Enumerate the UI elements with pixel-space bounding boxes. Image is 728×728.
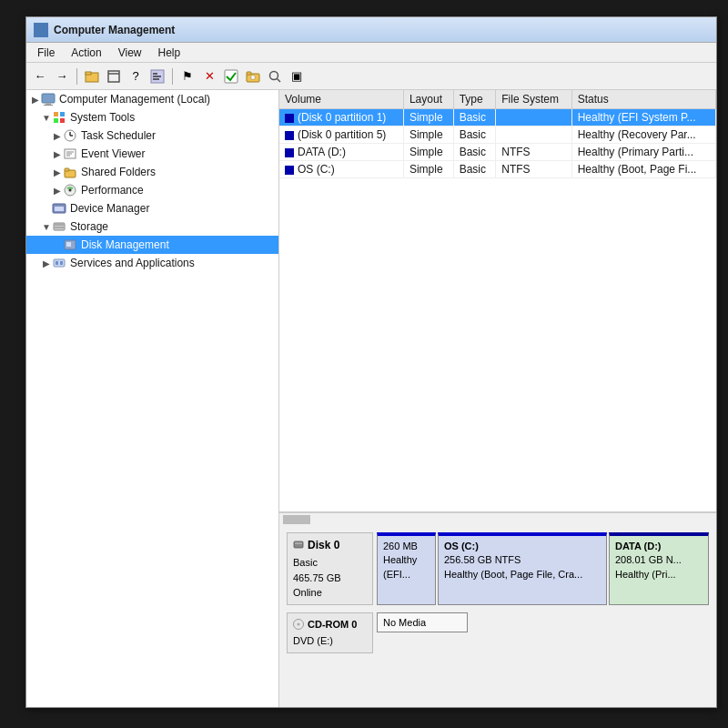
svg-rect-39 (55, 224, 64, 226)
volume-row-2[interactable]: DATA (D:)SimpleBasicNTFSHealthy (Primary… (279, 144, 716, 161)
svg-point-35 (69, 189, 72, 192)
disk-management-label: Disk Management (81, 238, 169, 251)
svg-rect-20 (44, 105, 53, 106)
tree-shared-folders[interactable]: ▶ Shared Folders (26, 163, 278, 181)
menu-view[interactable]: View (111, 45, 149, 61)
svg-rect-24 (60, 118, 65, 123)
status-cell-2: Healthy (Primary Parti... (571, 144, 715, 161)
cdrom0-status-block: No Media (377, 612, 468, 632)
svg-rect-37 (55, 207, 64, 211)
computer-icon (41, 92, 56, 106)
svg-rect-33 (65, 168, 69, 171)
tree-event-viewer[interactable]: ▶ Event Viewer (26, 145, 278, 163)
system-tools-label: System Tools (70, 111, 135, 124)
event-viewer-expand-icon: ▶ (52, 148, 63, 159)
partition-data-label: DATA (D:) (615, 540, 703, 553)
console-button[interactable] (147, 66, 167, 86)
device-manager-label: Device Manager (70, 202, 149, 215)
layout-cell-0: Simple (403, 109, 453, 126)
menu-help[interactable]: Help (151, 45, 188, 61)
volume-row-3[interactable]: OS (C:)SimpleBasicNTFSHealthy (Boot, Pag… (279, 161, 716, 178)
svg-rect-22 (60, 112, 65, 116)
svg-rect-47 (295, 542, 302, 544)
window-button[interactable] (104, 66, 124, 86)
right-panel: Volume Layout Type File System Status (D… (279, 90, 716, 707)
vol-icon-3 (285, 166, 294, 175)
pin-button[interactable]: ⚑ (177, 66, 197, 86)
partition-os-label: OS (C:) (444, 540, 601, 553)
horizontal-scrollbar[interactable] (279, 512, 716, 525)
disk-map-area: Disk 0 Basic 465.75 GB Online 260 MB Hea… (279, 525, 716, 707)
system-tools-icon (52, 110, 66, 125)
tree-disk-management[interactable]: Disk Management (26, 236, 278, 254)
volume-row-1[interactable]: (Disk 0 partition 5)SimpleBasicHealthy (… (279, 126, 716, 144)
search-button[interactable] (265, 66, 285, 86)
layout-cell-3: Simple (403, 161, 453, 178)
svg-line-17 (278, 78, 281, 82)
type-cell-2: Basic (453, 144, 496, 161)
col-layout: Layout (403, 90, 453, 109)
forward-button[interactable]: → (52, 66, 72, 86)
back-button[interactable]: ← (30, 66, 50, 86)
volume-row-0[interactable]: (Disk 0 partition 1)SimpleBasicHealthy (… (279, 109, 716, 126)
partition-os[interactable]: OS (C:) 256.58 GB NTFS Healthy (Boot, Pa… (438, 532, 607, 605)
partition-efi-size: 260 MB (383, 540, 430, 553)
partition-efi-status: Healthy (EFI... (383, 553, 430, 581)
task-scheduler-icon (63, 128, 77, 143)
delete-button[interactable]: ✕ (199, 66, 219, 86)
services-apps-label: Services and Applications (70, 257, 195, 269)
menu-action[interactable]: Action (64, 45, 108, 61)
col-volume: Volume (279, 90, 403, 109)
shared-folders-expand-icon: ▶ (52, 167, 63, 177)
volume-table: Volume Layout Type File System Status (D… (279, 90, 716, 178)
svg-rect-19 (46, 103, 51, 105)
device-manager-expand-icon (41, 203, 52, 214)
tree-root[interactable]: ▶ Computer Management (Local) (26, 90, 278, 108)
folder-button[interactable] (82, 66, 102, 86)
volume-cell-3: OS (C:) (279, 161, 403, 178)
col-status: Status (571, 90, 715, 109)
scroll-thumb[interactable] (283, 515, 310, 524)
help-button[interactable]: ? (126, 66, 146, 86)
status-cell-1: Healthy (Recovery Par... (571, 126, 715, 144)
volume-cell-2: DATA (D:) (279, 144, 403, 161)
tree-storage[interactable]: ▼ Storage (26, 217, 278, 236)
task-scheduler-label: Task Scheduler (81, 129, 156, 142)
tree-panel: ▶ Computer Management (Local) ▼ (26, 90, 279, 707)
svg-point-49 (298, 622, 300, 625)
storage-expand-icon: ▼ (41, 221, 52, 232)
partition-data[interactable]: DATA (D:) 208.01 GB N... Healthy (Pri... (609, 532, 709, 605)
disk0-entry: Disk 0 Basic 465.75 GB Online 260 MB Hea… (287, 532, 709, 605)
tree-system-tools[interactable]: ▼ System Tools (26, 108, 278, 126)
performance-expand-icon: ▶ (52, 185, 63, 196)
partition-os-status: Healthy (Boot, Page File, Cra... (444, 568, 601, 581)
svg-rect-45 (60, 261, 63, 265)
menu-file[interactable]: File (30, 45, 62, 61)
disk0-label: Disk 0 (308, 537, 339, 553)
volume-table-scroll[interactable]: Volume Layout Type File System Status (D… (279, 90, 716, 512)
storage-label: Storage (70, 220, 108, 233)
svg-rect-15 (251, 76, 255, 79)
cdrom0-status: No Media (383, 617, 461, 628)
cdrom0-type: DVD (E:) (293, 633, 367, 649)
partition-efi[interactable]: 260 MB Healthy (EFI... (377, 532, 436, 605)
folder2-button[interactable] (243, 66, 263, 86)
root-expand-icon: ▶ (30, 94, 41, 105)
check-button[interactable] (221, 66, 241, 86)
performance-icon (63, 183, 77, 197)
event-viewer-icon (63, 147, 77, 161)
disk0-type: Basic (293, 555, 367, 571)
tree-task-scheduler[interactable]: ▶ Task Scheduler (26, 126, 278, 145)
volume-cell-1: (Disk 0 partition 5) (279, 126, 403, 144)
computer-management-window: Computer Management File Action View Hel… (25, 16, 717, 708)
performance-label: Performance (81, 184, 144, 197)
tree-services-apps[interactable]: ▶ Services and Applications (26, 254, 278, 272)
tree-performance[interactable]: ▶ Performance (26, 181, 278, 199)
fs-cell-3: NTFS (496, 161, 571, 178)
volume-cell-0: (Disk 0 partition 1) (279, 109, 403, 126)
disk0-size: 465.75 GB (293, 571, 367, 586)
grid-button[interactable]: ▣ (287, 66, 307, 86)
tree-device-manager[interactable]: Device Manager (26, 199, 278, 217)
fs-cell-2: NTFS (496, 144, 571, 161)
svg-rect-6 (108, 71, 119, 82)
